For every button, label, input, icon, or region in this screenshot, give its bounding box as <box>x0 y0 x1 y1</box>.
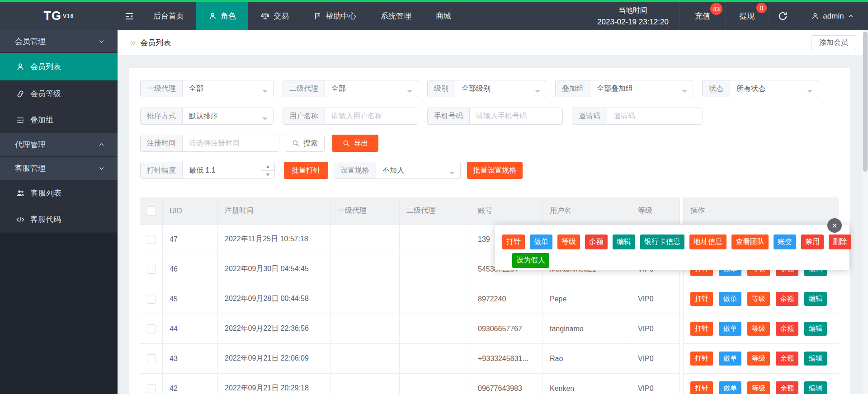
popup-action-button[interactable]: 银行卡信息 <box>640 235 684 249</box>
row-action-button[interactable]: 做单 <box>719 322 741 336</box>
sidebar-group-agent-mgmt[interactable]: 代理管理 <box>0 133 118 157</box>
search-button[interactable]: 搜索 <box>285 135 325 152</box>
nav-tab-label: 后台首页 <box>153 11 184 21</box>
row-action-button[interactable]: 余额 <box>776 352 798 366</box>
refresh-button[interactable] <box>769 2 797 30</box>
export-button[interactable]: 导出 <box>332 135 378 152</box>
cell-level: VIP0 <box>631 344 680 374</box>
popup-action-button[interactable]: 账变 <box>774 235 796 249</box>
phone-input[interactable] <box>470 108 562 124</box>
row-action-button[interactable]: 打针 <box>690 352 713 366</box>
nav-tab-role[interactable]: 角色 <box>196 2 248 30</box>
filter-select[interactable]: 一级代理 全部 <box>140 80 274 97</box>
invite-code-input[interactable] <box>607 108 703 124</box>
nav-tab-home[interactable]: 后台首页 <box>141 2 196 30</box>
sidebar-item-service-list[interactable]: 客服列表 <box>0 180 118 206</box>
row-action-button[interactable]: 等级 <box>747 352 770 366</box>
row-action-button[interactable]: 等级 <box>747 322 770 336</box>
row-checkbox[interactable] <box>147 324 156 333</box>
cell-register-time: 2022年11月25日 10:57:18 <box>218 225 331 254</box>
page-scrollbar[interactable] <box>863 30 868 394</box>
popup-action-button[interactable]: 删除 <box>829 235 851 249</box>
row-checkbox[interactable] <box>147 295 156 304</box>
recharge-button[interactable]: 充值 43 <box>680 2 725 30</box>
row-checkbox[interactable] <box>147 235 156 244</box>
popup-action-button[interactable]: 余额 <box>585 235 608 249</box>
batch-inject-button[interactable]: 批量打针 <box>284 162 328 179</box>
row-action-button[interactable]: 打针 <box>690 322 713 336</box>
popup-action-button[interactable]: 查看团队 <box>731 235 769 249</box>
row-checkbox[interactable] <box>147 354 156 363</box>
filter-select[interactable]: 状态 所有状态 <box>702 80 818 97</box>
sidebar-group-member-mgmt[interactable]: 会员管理 <box>0 30 118 53</box>
chevron-up-icon <box>848 13 854 19</box>
sidebar-item-stack-group[interactable]: 叠加组 <box>0 107 118 133</box>
nav-tab-system[interactable]: 系统管理 <box>368 2 424 30</box>
popup-action-button[interactable]: 编辑 <box>613 235 635 249</box>
filter-select[interactable]: 叠加组 全部叠加组 <box>555 80 693 97</box>
row-action-button[interactable]: 编辑 <box>804 322 827 336</box>
row-action-button[interactable]: 余额 <box>776 322 798 336</box>
sidebar-group-service-mgmt[interactable]: 客服管理 <box>0 157 118 180</box>
user-menu[interactable]: admin <box>797 2 868 30</box>
top-accent-strip <box>0 0 868 2</box>
row-action-button[interactable]: 余额 <box>776 381 798 394</box>
row-action-button[interactable]: 打针 <box>690 292 713 306</box>
cell-register-time: 2022年09月30日 04:54:45 <box>218 254 331 284</box>
row-action-button[interactable]: 做单 <box>719 352 741 366</box>
filter-select[interactable]: 级别 全部级别 <box>427 80 546 97</box>
register-time-input[interactable] <box>183 135 279 151</box>
column-spacer <box>680 284 684 314</box>
cell-username: Pepe <box>543 284 631 314</box>
app-logo: TGV16 <box>0 2 118 30</box>
popup-action-button[interactable]: 禁用 <box>801 235 824 249</box>
row-checkbox[interactable] <box>147 384 156 393</box>
nav-tab-trade[interactable]: 交易 <box>248 2 301 30</box>
sidebar-item-member-level[interactable]: 会员等级 <box>0 81 118 107</box>
sort-select[interactable]: 排序方式 默认排序 <box>140 108 274 125</box>
row-action-button[interactable]: 编辑 <box>804 292 827 306</box>
stepper-down-button[interactable]: ▼ <box>261 171 274 179</box>
sidebar: 会员管理 会员列表 会员等级 叠加组 代理管理 客服管理 客服列表 客服代码 <box>0 30 118 394</box>
sidebar-collapse-button[interactable] <box>118 2 141 30</box>
sidebar-item-member-list[interactable]: 会员列表 <box>0 53 118 81</box>
batch-spec-button[interactable]: 批量设置规格 <box>467 162 523 179</box>
row-action-button[interactable]: 做单 <box>719 292 741 306</box>
row-action-button[interactable]: 编辑 <box>804 381 827 394</box>
caret-down-icon <box>682 90 687 95</box>
popup-action-button[interactable]: 地址信息 <box>689 235 726 249</box>
select-all-checkbox[interactable] <box>147 206 156 216</box>
spec-select[interactable]: 设置规格 不加入 <box>334 162 461 179</box>
row-action-button[interactable]: 等级 <box>747 292 770 306</box>
username-input[interactable] <box>325 108 418 124</box>
row-action-button[interactable]: 打针 <box>690 381 713 394</box>
person-icon <box>16 62 25 71</box>
popup-action-button[interactable]: 等级 <box>557 235 580 249</box>
add-member-button[interactable]: 添加会员 <box>811 35 856 50</box>
row-checkbox[interactable] <box>147 265 156 274</box>
phone-filter: 手机号码 <box>427 108 563 125</box>
close-icon[interactable]: × <box>827 218 842 233</box>
row-action-button[interactable]: 等级 <box>747 381 770 394</box>
nav-tab-help[interactable]: 帮助中心 <box>301 2 368 30</box>
withdraw-button[interactable]: 提现 0 <box>725 2 769 30</box>
popup-action-button[interactable]: 设为假人 <box>512 253 549 268</box>
inject-range-field: 打针幅度 最低 1.1 ▲ ▼ <box>140 162 275 179</box>
popup-action-button[interactable]: 打针 <box>502 235 525 249</box>
row-action-button[interactable]: 余额 <box>776 292 798 306</box>
logo-version: V16 <box>63 13 74 19</box>
stepper-up-button[interactable]: ▲ <box>261 162 274 171</box>
cell-username: tanginamo <box>543 314 631 344</box>
row-select-cell <box>140 344 163 374</box>
inject-range-value[interactable]: 最低 1.1 <box>183 162 261 178</box>
filter-row-batch: 打针幅度 最低 1.1 ▲ ▼ 批量打针 设置规格 不加入 批量设置规格 <box>140 162 523 179</box>
scrollbar-thumb[interactable] <box>863 32 868 172</box>
nav-tab-mall[interactable]: 商城 <box>424 2 463 30</box>
popup-action-button[interactable]: 做单 <box>530 235 552 249</box>
row-action-button[interactable]: 编辑 <box>804 352 827 366</box>
filter-select[interactable]: 二级代理 全部 <box>283 80 418 97</box>
sidebar-item-service-code[interactable]: 客服代码 <box>0 206 118 233</box>
cell-agent1 <box>331 314 400 344</box>
row-action-button[interactable]: 做单 <box>719 381 741 394</box>
filter-label: 打针幅度 <box>141 162 183 178</box>
